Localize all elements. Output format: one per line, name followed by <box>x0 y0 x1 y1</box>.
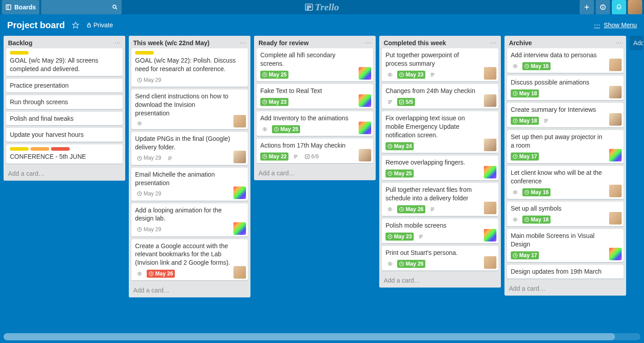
member-avatar[interactable] <box>484 139 496 151</box>
card[interactable]: GOAL (w/c May 29): All screens completed… <box>6 48 123 76</box>
member-avatar[interactable] <box>233 186 246 199</box>
show-menu-button[interactable]: ⋯ Show Menu <box>594 21 637 29</box>
board-canvas[interactable]: Backlog⋯GOAL (w/c May 29): All screens c… <box>0 36 644 343</box>
card-title: Polish and final tweaks <box>10 114 119 123</box>
member-avatar[interactable] <box>609 185 622 197</box>
label-yellow[interactable] <box>10 51 29 55</box>
board-privacy[interactable]: Private <box>86 21 113 29</box>
add-card-button[interactable]: Add a card… <box>129 283 250 297</box>
member-avatar[interactable] <box>359 67 371 80</box>
card-title: Practice presentation <box>10 81 119 90</box>
star-board-button[interactable] <box>72 21 79 29</box>
horizontal-scrollbar[interactable] <box>4 333 640 340</box>
scrollbar-thumb[interactable] <box>4 333 615 340</box>
user-avatar[interactable] <box>628 0 642 14</box>
board-title[interactable]: Project board <box>7 20 65 30</box>
member-avatar[interactable] <box>484 67 496 80</box>
member-avatar[interactable] <box>359 94 371 107</box>
card[interactable]: Complete all hifi secondary screens.May … <box>257 48 373 81</box>
member-avatar[interactable] <box>484 166 496 178</box>
card[interactable]: Practice presentation <box>6 79 123 93</box>
label-yellow[interactable] <box>135 51 154 55</box>
card[interactable]: Put together powerpoint of process summa… <box>382 48 498 81</box>
description-icon <box>428 206 437 212</box>
member-avatar[interactable] <box>609 149 622 161</box>
member-avatar[interactable] <box>484 256 496 269</box>
card[interactable]: Set up all symbolsMay 18 <box>507 202 623 226</box>
card[interactable]: GOAL (w/c May 22): Polish. Discuss need … <box>131 48 248 87</box>
member-avatar[interactable] <box>609 86 622 98</box>
member-avatar[interactable] <box>484 229 496 241</box>
list-title[interactable]: Completed this week <box>384 39 446 47</box>
card[interactable]: Update PNGs in the final (Google) delive… <box>131 132 248 165</box>
add-list-button[interactable]: Add <box>630 36 643 50</box>
card-badges: May 29 <box>135 154 231 162</box>
card-title: Print out Stuart's persona. <box>386 249 481 257</box>
add-card-button[interactable]: Add a card… <box>504 281 626 296</box>
card-title: Pull together relevant files from schedu… <box>386 186 481 203</box>
label-orange[interactable] <box>30 147 49 151</box>
list-title[interactable]: Archive <box>509 39 532 47</box>
card[interactable]: Email Michelle the animation presentatio… <box>131 168 248 201</box>
member-avatar[interactable] <box>484 94 496 107</box>
card[interactable]: Create summary for InterviewsMay 18 <box>507 103 623 127</box>
card[interactable]: Polish and final tweaks <box>6 112 123 126</box>
add-card-button[interactable]: Add a card… <box>4 166 125 181</box>
card[interactable]: Add Inventory to the animationsMay 25 <box>257 111 373 136</box>
card[interactable]: CONFERENCE - 5th JUNE <box>6 144 123 164</box>
card[interactable]: Add interview data to personasMay 16 <box>507 48 623 73</box>
boards-menu-button[interactable]: Boards <box>2 0 39 14</box>
member-avatar[interactable] <box>233 222 246 235</box>
card[interactable]: Fake Text to Real TextMay 23 <box>257 84 373 109</box>
card[interactable]: Print out Stuart's persona.May 26 <box>382 246 498 271</box>
member-avatar[interactable] <box>609 212 622 224</box>
notifications-button[interactable] <box>612 0 626 14</box>
card[interactable]: Design updates from 19th March <box>507 265 623 279</box>
card[interactable]: Discuss possible animationsMay 18 <box>507 76 623 100</box>
card[interactable]: Set up then put away projector in a room… <box>507 130 623 163</box>
card-title: Design updates from 19th March <box>511 267 620 276</box>
privacy-label: Private <box>93 21 113 29</box>
member-avatar[interactable] <box>233 115 246 127</box>
list-menu-button[interactable]: ⋯ <box>365 39 371 47</box>
list-title[interactable]: This week (w/c 22nd May) <box>133 39 209 47</box>
card[interactable]: Main mobile Screens in Visual DesignMay … <box>507 229 623 262</box>
card-badges: May 16 <box>511 62 606 70</box>
card[interactable]: Pull together relevant files from schedu… <box>382 183 498 216</box>
card[interactable]: Send client instructions on how to downl… <box>131 89 248 129</box>
member-avatar[interactable] <box>359 149 371 161</box>
add-card-button[interactable]: Add a card… <box>254 166 376 180</box>
trello-logo[interactable]: Trello <box>305 1 339 13</box>
info-button[interactable] <box>596 0 610 14</box>
list-menu-button[interactable]: ⋯ <box>490 39 496 47</box>
card[interactable]: Run through screens <box>6 95 123 109</box>
list-menu-button[interactable]: ⋯ <box>615 39 622 47</box>
list-menu-button[interactable]: ⋯ <box>240 39 246 47</box>
search-input[interactable] <box>41 0 122 14</box>
card[interactable]: Actions from 17th May checkinMay 226/9 <box>257 139 373 163</box>
list-title[interactable]: Ready for review <box>258 39 309 47</box>
list-title[interactable]: Backlog <box>8 39 32 47</box>
member-avatar[interactable] <box>233 266 246 279</box>
svg-point-2 <box>113 5 116 8</box>
member-avatar[interactable] <box>609 248 622 260</box>
card[interactable]: Changes from 24th May checkin5/5 <box>382 84 498 109</box>
create-button[interactable] <box>580 0 594 14</box>
card[interactable]: Update your harvest hours <box>6 128 123 142</box>
card[interactable]: Add a looping animation for the design l… <box>131 203 248 237</box>
card-title: Complete all hifi secondary screens. <box>260 51 356 68</box>
member-avatar[interactable] <box>359 122 371 134</box>
add-card-button[interactable]: Add a card… <box>379 273 501 288</box>
label-yellow[interactable] <box>10 147 29 151</box>
card[interactable]: Polish mobile screensMay 23 <box>382 219 498 243</box>
card[interactable]: Let client know who will be at the confe… <box>507 166 623 199</box>
card[interactable]: Create a Google account with the relevan… <box>131 239 248 281</box>
member-avatar[interactable] <box>233 151 246 163</box>
card[interactable]: Remove overlapping fingers.May 25 <box>382 156 498 180</box>
list-menu-button[interactable]: ⋯ <box>114 39 121 47</box>
card[interactable]: Fix overlapping text issue on mobile Eme… <box>382 111 498 153</box>
member-avatar[interactable] <box>609 113 622 126</box>
label-red[interactable] <box>51 147 70 151</box>
member-avatar[interactable] <box>484 202 496 214</box>
member-avatar[interactable] <box>609 59 622 71</box>
